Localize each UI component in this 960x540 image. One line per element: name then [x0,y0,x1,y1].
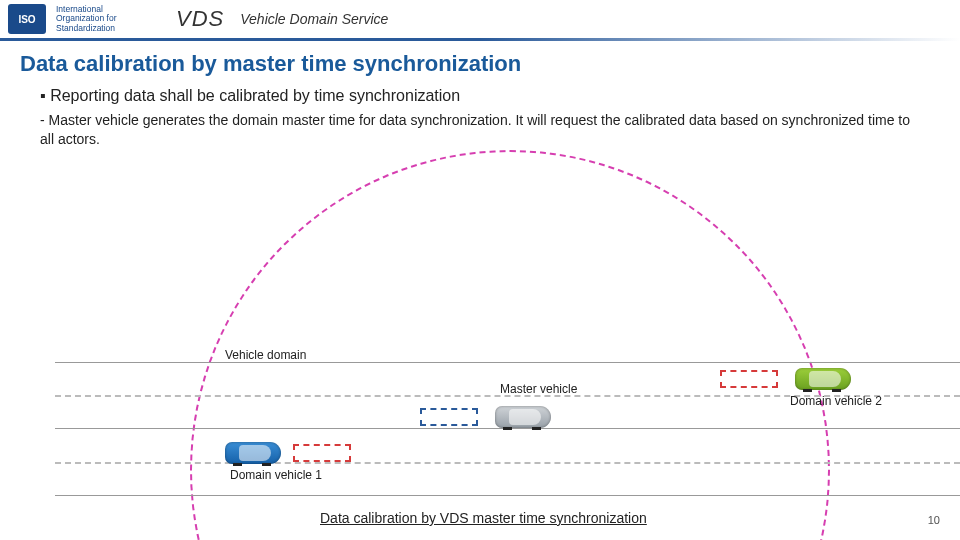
sub-bullet: Master vehicle generates the domain mast… [40,111,920,149]
iso-logo-text: ISO [18,14,35,25]
page-title: Data calibration by master time synchron… [0,41,960,83]
lane-divider [55,495,960,496]
lane-divider [55,362,960,363]
lane-center-dash [55,462,960,464]
header: ISO International Organization for Stand… [0,0,960,38]
car-domain-1 [225,442,281,464]
diagram-caption: Data calibration by VDS master time sync… [320,510,647,526]
label-domain-vehicle-2: Domain vehicle 2 [790,394,882,408]
content-block: Reporting data shall be calibrated by ti… [0,83,960,149]
label-master-vehicle: Master vehicle [500,382,577,396]
car-master [495,406,551,428]
iso-line3: Standardization [56,24,136,33]
position-box-master [420,408,478,426]
page-number: 10 [928,514,940,526]
vds-acronym: VDS [176,6,224,32]
vds-full: Vehicle Domain Service [240,11,388,27]
bullet-main: Reporting data shall be calibrated by ti… [40,87,920,105]
iso-logo: ISO [8,4,46,34]
iso-org-text: International Organization for Standardi… [56,5,136,33]
diagram: Vehicle domain Master vehicle Domain veh… [0,190,960,500]
label-domain-vehicle-1: Domain vehicle 1 [230,468,322,482]
position-box-v1 [293,444,351,462]
car-domain-2 [795,368,851,390]
label-vehicle-domain: Vehicle domain [225,348,306,362]
position-box-v2 [720,370,778,388]
